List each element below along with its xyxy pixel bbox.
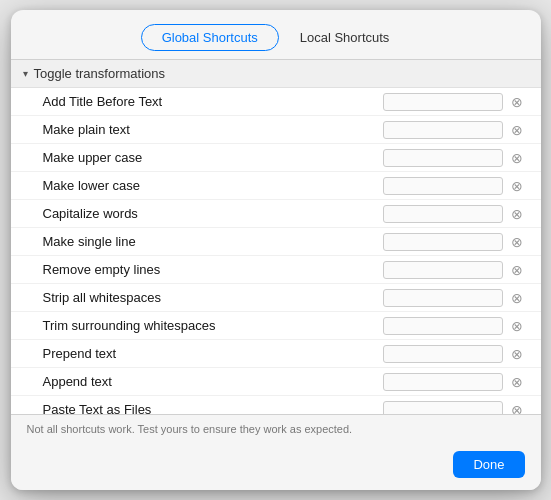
- shortcut-label: Remove empty lines: [43, 262, 383, 277]
- dialog: Global Shortcuts Local Shortcuts ▾ Toggl…: [11, 10, 541, 490]
- table-row: Make plain text⊗: [11, 116, 541, 144]
- remove-icon[interactable]: ⊗: [509, 402, 525, 416]
- shortcut-label: Make lower case: [43, 178, 383, 193]
- tab-local[interactable]: Local Shortcuts: [279, 24, 411, 51]
- table-row: Make lower case⊗: [11, 172, 541, 200]
- section-header: ▾ Toggle transformations: [11, 60, 541, 88]
- remove-icon[interactable]: ⊗: [509, 122, 525, 138]
- remove-icon[interactable]: ⊗: [509, 346, 525, 362]
- remove-icon[interactable]: ⊗: [509, 290, 525, 306]
- shortcut-label: Append text: [43, 374, 383, 389]
- table-row: Make single line⊗: [11, 228, 541, 256]
- shortcut-label: Make plain text: [43, 122, 383, 137]
- table-row: Prepend text⊗: [11, 340, 541, 368]
- table-row: Make upper case⊗: [11, 144, 541, 172]
- remove-icon[interactable]: ⊗: [509, 318, 525, 334]
- shortcut-label: Strip all whitespaces: [43, 290, 383, 305]
- shortcut-input[interactable]: [383, 317, 503, 335]
- content-area: ▾ Toggle transformations Add Title Befor…: [11, 59, 541, 490]
- remove-icon[interactable]: ⊗: [509, 150, 525, 166]
- tab-global[interactable]: Global Shortcuts: [141, 24, 279, 51]
- shortcut-label: Add Title Before Text: [43, 94, 383, 109]
- table-row: Capitalize words⊗: [11, 200, 541, 228]
- done-button[interactable]: Done: [453, 451, 524, 478]
- remove-icon[interactable]: ⊗: [509, 234, 525, 250]
- remove-icon[interactable]: ⊗: [509, 94, 525, 110]
- shortcut-label: Make upper case: [43, 150, 383, 165]
- footer-note: Not all shortcuts work. Test yours to en…: [11, 415, 541, 443]
- shortcut-label: Prepend text: [43, 346, 383, 361]
- shortcut-rows-container: Add Title Before Text⊗Make plain text⊗Ma…: [11, 88, 541, 415]
- table-row: Strip all whitespaces⊗: [11, 284, 541, 312]
- shortcut-input[interactable]: [383, 261, 503, 279]
- table-row: Remove empty lines⊗: [11, 256, 541, 284]
- shortcut-label: Paste Text as Files: [43, 402, 383, 415]
- shortcut-list: ▾ Toggle transformations Add Title Befor…: [11, 59, 541, 415]
- remove-icon[interactable]: ⊗: [509, 262, 525, 278]
- remove-icon[interactable]: ⊗: [509, 178, 525, 194]
- shortcut-label: Trim surrounding whitespaces: [43, 318, 383, 333]
- remove-icon[interactable]: ⊗: [509, 374, 525, 390]
- shortcut-input[interactable]: [383, 401, 503, 416]
- shortcut-input[interactable]: [383, 233, 503, 251]
- shortcut-input[interactable]: [383, 93, 503, 111]
- shortcut-input[interactable]: [383, 373, 503, 391]
- footer-actions: Done: [11, 443, 541, 490]
- table-row: Paste Text as Files⊗: [11, 396, 541, 415]
- table-row: Trim surrounding whitespaces⊗: [11, 312, 541, 340]
- table-row: Append text⊗: [11, 368, 541, 396]
- section-title: Toggle transformations: [34, 66, 166, 81]
- chevron-down-icon: ▾: [23, 68, 28, 79]
- shortcut-input[interactable]: [383, 205, 503, 223]
- shortcut-label: Make single line: [43, 234, 383, 249]
- shortcut-input[interactable]: [383, 289, 503, 307]
- shortcut-input[interactable]: [383, 345, 503, 363]
- tab-bar: Global Shortcuts Local Shortcuts: [11, 10, 541, 59]
- shortcut-input[interactable]: [383, 121, 503, 139]
- table-row: Add Title Before Text⊗: [11, 88, 541, 116]
- shortcut-input[interactable]: [383, 149, 503, 167]
- shortcut-label: Capitalize words: [43, 206, 383, 221]
- shortcut-input[interactable]: [383, 177, 503, 195]
- remove-icon[interactable]: ⊗: [509, 206, 525, 222]
